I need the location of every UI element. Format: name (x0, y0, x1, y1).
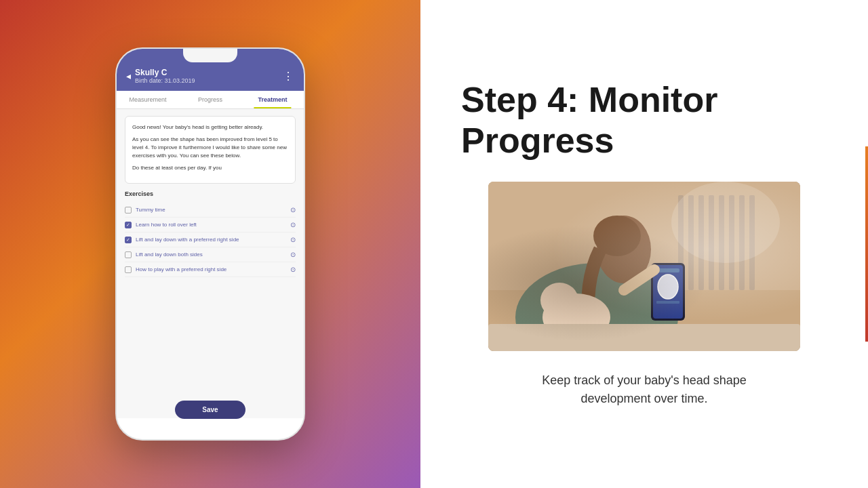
exercise-label-2: Learn how to roll over left (136, 222, 197, 228)
photo-overlay (488, 182, 800, 351)
exercise-arrow-2[interactable]: ⊙ (290, 221, 296, 228)
exercise-arrow-4[interactable]: ⊙ (290, 251, 296, 258)
tab-progress[interactable]: Progress (179, 91, 241, 108)
exercise-item-4[interactable]: Lift and lay down both sides ⊙ (125, 247, 296, 262)
phone-mockup: ◂ Skully C Birth date: 31.03.2019 ⋮ Meas… (115, 47, 305, 441)
message-paragraph-3: Do these at least ones per day. If you (132, 164, 288, 172)
message-box: Good news! Your baby's head is getting b… (125, 116, 296, 184)
patient-name: Skully C (135, 68, 195, 77)
exercise-arrow-1[interactable]: ⊙ (290, 206, 296, 214)
save-button[interactable]: Save (175, 401, 245, 419)
message-paragraph-2: As you can see the shape has been improv… (132, 136, 288, 160)
exercise-arrow-5[interactable]: ⊙ (290, 266, 296, 273)
exercise-arrow-3[interactable]: ⊙ (290, 236, 296, 243)
exercise-item-5[interactable]: How to play with a preferred right side … (125, 262, 296, 277)
exercise-checkbox-4[interactable] (125, 251, 132, 258)
exercises-title: Exercises (125, 190, 296, 197)
more-icon[interactable]: ⋮ (283, 70, 294, 83)
left-panel: ◂ Skully C Birth date: 31.03.2019 ⋮ Meas… (0, 0, 420, 488)
exercises-section: Exercises Tummy time ⊙ Learn how to roll… (125, 190, 296, 277)
exercise-item-2[interactable]: Learn how to roll over left ⊙ (125, 218, 296, 232)
phone-notch (183, 49, 237, 62)
step-title: Step 4: Monitor Progress (461, 80, 827, 161)
right-panel: Step 4: Monitor Progress (420, 0, 868, 488)
exercise-label-3: Lift and lay down with a preferred right… (136, 237, 239, 243)
patient-dob: Birth date: 31.03.2019 (135, 77, 195, 84)
photo-container (488, 182, 800, 351)
caption-text: Keep track of your baby's head shape dev… (509, 371, 780, 408)
exercise-checkbox-2[interactable] (125, 222, 132, 228)
tab-bar: Measurement Progress Treatment (117, 91, 304, 109)
exercise-label-4: Lift and lay down both sides (136, 251, 203, 258)
right-border-accent (865, 146, 868, 342)
tab-treatment[interactable]: Treatment (241, 91, 304, 108)
photo-background (488, 182, 800, 351)
exercise-checkbox-5[interactable] (125, 266, 132, 273)
exercise-checkbox-1[interactable] (125, 207, 132, 214)
exercise-item-3[interactable]: Lift and lay down with a preferred right… (125, 232, 296, 247)
exercise-label-5: How to play with a preferred right side (136, 266, 226, 272)
save-button-container: Save (117, 401, 304, 419)
exercise-item-1[interactable]: Tummy time ⊙ (125, 203, 296, 218)
back-icon[interactable]: ◂ (126, 70, 131, 81)
exercise-checkbox-3[interactable] (125, 237, 132, 243)
phone-content: Good news! Your baby's head is getting b… (117, 109, 304, 418)
message-paragraph-1: Good news! Your baby's head is getting b… (132, 123, 288, 131)
tab-measurement[interactable]: Measurement (117, 91, 179, 108)
exercise-label-1: Tummy time (136, 207, 165, 213)
